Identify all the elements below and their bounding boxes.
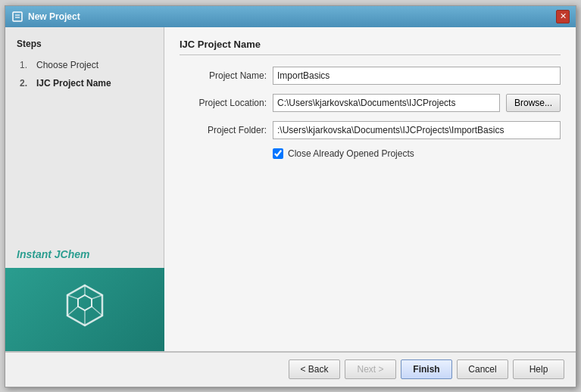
next-button[interactable]: Next > (345, 359, 396, 379)
hex-molecule-icon (58, 282, 111, 337)
project-folder-row: Project Folder: (180, 121, 561, 139)
finish-button[interactable]: Finish (401, 359, 452, 379)
step-number-2: 2. (20, 78, 32, 89)
title-bar-left: New Project (11, 11, 80, 23)
cancel-button[interactable]: Cancel (457, 359, 508, 379)
project-folder-label: Project Folder: (180, 125, 267, 135)
section-title: IJC Project Name (180, 39, 561, 55)
svg-line-7 (92, 306, 102, 316)
close-button[interactable]: ✕ (556, 10, 570, 23)
project-name-input[interactable] (273, 67, 561, 85)
svg-rect-0 (13, 12, 22, 21)
close-projects-label: Close Already Opened Projects (288, 148, 414, 159)
title-bar: New Project ✕ (5, 6, 576, 27)
svg-line-6 (92, 295, 102, 299)
step-label-1: Choose Project (36, 60, 98, 70)
dialog-body: Steps 1. Choose Project 2. IJC Project N… (5, 27, 576, 351)
dialog-title: New Project (28, 11, 80, 22)
sidebar: Steps 1. Choose Project 2. IJC Project N… (5, 27, 164, 351)
new-project-dialog: New Project ✕ Steps 1. Choose Project 2.… (5, 5, 576, 387)
brand-text: Instant JChem (5, 241, 164, 268)
sidebar-steps: Steps 1. Choose Project 2. IJC Project N… (5, 27, 164, 241)
sidebar-image (5, 268, 164, 351)
project-location-label: Project Location: (180, 98, 267, 108)
back-button[interactable]: < Back (289, 359, 340, 379)
main-content: IJC Project Name Project Name: Project L… (164, 27, 576, 351)
step-item-2: 2. IJC Project Name (17, 76, 152, 90)
project-name-label: Project Name: (180, 70, 267, 81)
step-label-2: IJC Project Name (36, 78, 111, 89)
close-projects-checkbox[interactable] (273, 148, 283, 159)
dialog-icon (11, 11, 23, 23)
step-number-1: 1. (20, 60, 32, 70)
project-location-row: Project Location: Browse... (180, 94, 561, 112)
steps-title: Steps (17, 39, 152, 49)
help-button[interactable]: Help (513, 359, 564, 379)
project-location-input[interactable] (273, 94, 500, 112)
project-name-row: Project Name: (180, 67, 561, 85)
svg-line-10 (67, 295, 78, 299)
step-item-1: 1. Choose Project (17, 58, 152, 72)
checkbox-row: Close Already Opened Projects (273, 148, 561, 159)
svg-marker-4 (78, 295, 92, 310)
svg-line-9 (67, 306, 78, 316)
browse-button[interactable]: Browse... (506, 94, 561, 112)
project-folder-input[interactable] (273, 121, 561, 139)
footer: < Back Next > Finish Cancel Help (5, 352, 576, 387)
